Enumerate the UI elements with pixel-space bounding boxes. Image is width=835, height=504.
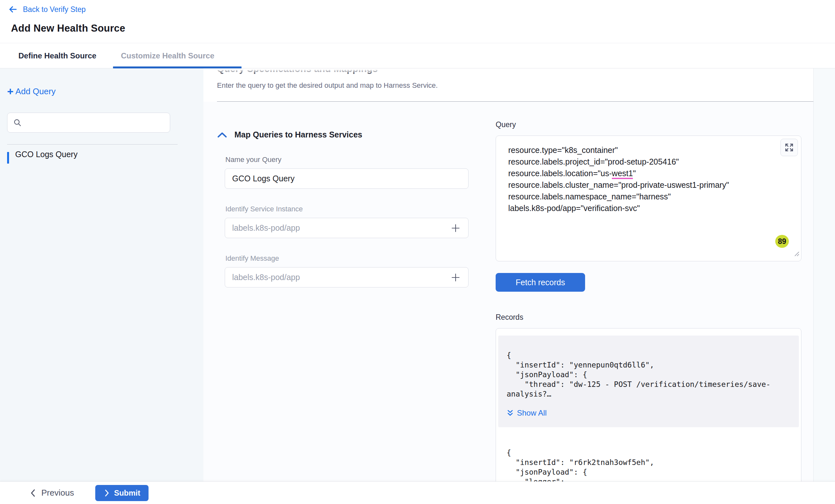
back-link-label: Back to Verify Step bbox=[23, 5, 85, 14]
previous-button[interactable]: Previous bbox=[29, 488, 74, 498]
maximize-icon bbox=[785, 143, 794, 152]
fetch-records-button[interactable]: Fetch records bbox=[496, 273, 585, 292]
message-input[interactable]: labels.k8s-pod/app bbox=[225, 267, 469, 288]
query-label: Query bbox=[496, 120, 801, 129]
message-add-button[interactable] bbox=[450, 272, 461, 283]
footer-bar: Previous Submit bbox=[0, 481, 835, 504]
back-to-verify-step-link[interactable]: Back to Verify Step bbox=[8, 4, 85, 14]
resize-handle[interactable] bbox=[792, 248, 799, 259]
double-chevron-down-icon bbox=[507, 409, 514, 417]
query-name-value: GCO Logs Query bbox=[232, 174, 294, 183]
plus-icon: + bbox=[7, 87, 14, 96]
page-header: Back to Verify Step Add New Health Sourc… bbox=[0, 0, 835, 43]
page-title: Add New Health Source bbox=[11, 23, 835, 34]
submit-label: Submit bbox=[114, 488, 140, 498]
record-count-badge: 89 bbox=[775, 235, 789, 248]
show-all-label: Show All bbox=[517, 408, 547, 418]
map-queries-column: Map Queries to Harness Services Name you… bbox=[217, 102, 478, 504]
record-item: { "insertId": "yennepun0qtd6ll6", "jsonP… bbox=[498, 336, 799, 427]
identify-message-label: Identify Message bbox=[225, 254, 478, 262]
name-your-query-label: Name your Query bbox=[225, 155, 478, 164]
service-instance-input[interactable]: labels.k8s-pod/app bbox=[225, 218, 469, 238]
service-instance-value: labels.k8s-pod/app bbox=[232, 223, 300, 233]
health-source-tabbar: Define Health Source Customize Health So… bbox=[0, 43, 835, 68]
record-text-1: { "insertId": "yennepun0qtd6ll6", "jsonP… bbox=[507, 351, 796, 399]
records-label: Records bbox=[496, 313, 801, 322]
search-icon bbox=[13, 118, 22, 127]
chevron-left-icon bbox=[29, 489, 37, 497]
tab-define-health-source[interactable]: Define Health Source bbox=[11, 43, 104, 68]
body-row: + Add Query GCO Logs Query Query Specifi… bbox=[0, 68, 835, 504]
query-item-label: GCO Logs Query bbox=[9, 150, 78, 159]
service-instance-add-button[interactable] bbox=[450, 223, 461, 234]
section-header: Query Specifications and Mappings Enter … bbox=[203, 68, 813, 102]
sidebar-item-gco-logs-query[interactable]: GCO Logs Query bbox=[7, 150, 203, 166]
back-arrow-icon bbox=[8, 4, 18, 14]
map-queries-collapse-toggle[interactable]: Map Queries to Harness Services bbox=[217, 130, 362, 140]
query-column: Query resource.type="k8s_container"resou… bbox=[496, 102, 801, 504]
map-queries-title: Map Queries to Harness Services bbox=[235, 130, 362, 140]
add-query-button[interactable]: + Add Query bbox=[7, 86, 56, 97]
records-panel: { "insertId": "yennepun0qtd6ll6", "jsonP… bbox=[496, 328, 801, 504]
query-editor-text: resource.type="k8s_container"resource.la… bbox=[508, 144, 782, 214]
message-value: labels.k8s-pod/app bbox=[232, 273, 300, 282]
page-background-strip bbox=[814, 68, 835, 504]
submit-button[interactable]: Submit bbox=[95, 485, 148, 501]
section-heading: Query Specifications and Mappings bbox=[217, 68, 813, 74]
show-all-link[interactable]: Show All bbox=[507, 408, 547, 418]
section-subheading: Enter the query to get the desired outpu… bbox=[217, 81, 813, 90]
chevron-up-icon bbox=[217, 132, 227, 138]
expand-query-button[interactable] bbox=[780, 139, 798, 156]
query-search-input[interactable] bbox=[25, 118, 165, 127]
tab-customize-health-source[interactable]: Customize Health Source bbox=[113, 43, 222, 68]
add-health-source-page: Back to Verify Step Add New Health Sourc… bbox=[0, 0, 835, 504]
sidebar-divider bbox=[7, 144, 178, 145]
previous-label: Previous bbox=[41, 488, 74, 498]
add-query-label: Add Query bbox=[16, 86, 56, 97]
section-divider bbox=[217, 101, 813, 102]
chevron-right-icon bbox=[104, 489, 110, 497]
query-search-box[interactable] bbox=[7, 112, 170, 133]
main-panel: Query Specifications and Mappings Enter … bbox=[203, 68, 814, 504]
section-content: Map Queries to Harness Services Name you… bbox=[203, 102, 813, 504]
identify-service-instance-label: Identify Service Instance bbox=[225, 205, 478, 213]
query-sidebar: + Add Query GCO Logs Query bbox=[0, 68, 203, 504]
query-editor[interactable]: resource.type="k8s_container"resource.la… bbox=[496, 135, 801, 261]
query-name-input[interactable]: GCO Logs Query bbox=[225, 168, 469, 189]
